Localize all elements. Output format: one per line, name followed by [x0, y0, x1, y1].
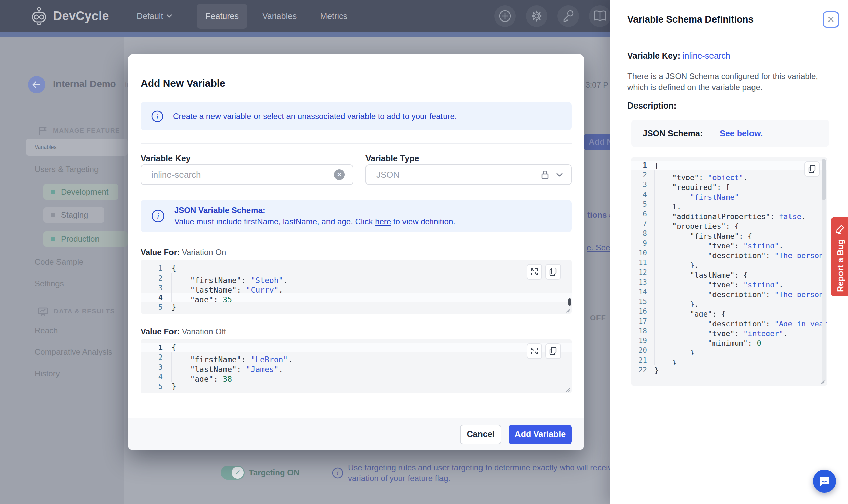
svg-text:i: i: [336, 470, 338, 477]
sidebar-env-production[interactable]: Production: [44, 231, 128, 247]
scrollbar-thumb[interactable]: [822, 159, 826, 200]
resize-grip[interactable]: [820, 379, 825, 384]
variable-schema-panel: Variable Schema Definitions ✕ Variable K…: [610, 0, 848, 504]
panel-title: Variable Schema Definitions: [627, 14, 754, 25]
description-label: Description:: [627, 101, 676, 110]
see-below-link[interactable]: See below.: [720, 129, 763, 139]
divider: [141, 143, 572, 144]
copy-code-button[interactable]: [804, 161, 820, 177]
key-icon: [561, 9, 575, 23]
targeting-info-line1: Use targeting rules and user targeting t…: [348, 463, 610, 472]
chevron-down-icon: [556, 173, 563, 177]
sidebar-item-code-sample[interactable]: Code Sample: [35, 257, 83, 267]
svg-text:i: i: [157, 212, 159, 221]
schema-alert-heading: JSON Variable Schema:: [174, 205, 455, 215]
arrow-left-icon: [32, 81, 41, 88]
sidebar-item-settings[interactable]: Settings: [35, 279, 64, 288]
schema-code-editor[interactable]: 1{2"type": "object",3"required": [4"firs…: [631, 157, 827, 386]
brand-name: DevCycle: [53, 9, 109, 23]
env-dot: [51, 213, 55, 217]
sidebar-item-users-targeting[interactable]: Users & Targeting: [35, 165, 99, 174]
copy-icon: [808, 165, 816, 173]
view-definition-link[interactable]: here: [375, 217, 391, 226]
plus-circle-icon: [498, 10, 512, 23]
info-icon: i: [331, 467, 344, 479]
sidebar-item-variables[interactable]: Variables: [26, 139, 128, 156]
variable-page-link[interactable]: variable page: [712, 83, 760, 92]
value-for-variation-on-label: Value For: Variation On: [141, 248, 226, 257]
variable-key-input[interactable]: inline-search ✕: [141, 164, 353, 185]
copy-code-button[interactable]: [546, 264, 561, 280]
schema-alert-body: Value must include firstName, lastName, …: [174, 217, 455, 227]
clear-input-icon[interactable]: ✕: [334, 169, 345, 180]
create-variable-alert: i Create a new variable or select an una…: [141, 102, 572, 130]
targeting-info-line2: variation of your feature flag.: [348, 474, 450, 483]
variable-type-select[interactable]: JSON: [365, 164, 572, 185]
panel-variable-key: Variable Key: inline-search: [627, 51, 730, 61]
code-lines: 1{2"firstName": "LeBron",3"lastName": "J…: [141, 343, 572, 392]
tab-variables[interactable]: Variables: [254, 4, 305, 29]
variable-key-value: inline-search: [151, 170, 334, 180]
json-schema-card: JSON Schema: See below.: [631, 120, 829, 147]
scrollbar-thumb[interactable]: [568, 299, 571, 306]
modal-footer: Cancel Add Variable: [128, 418, 584, 450]
copy-code-button[interactable]: [546, 343, 561, 359]
add-new-button-fragment[interactable]: Add Ne: [584, 134, 610, 150]
resize-grip[interactable]: [565, 387, 570, 393]
env-dot: [51, 236, 55, 241]
close-panel-button[interactable]: ✕: [823, 12, 839, 28]
add-variable-button[interactable]: Add Variable: [509, 425, 572, 444]
variation-on-editor[interactable]: 1{2"firstName": "Steph",3"lastName": "Cu…: [141, 260, 572, 314]
docs-button[interactable]: [589, 5, 611, 27]
gear-icon: [530, 10, 543, 23]
sidebar-divider: [20, 107, 123, 107]
settings-button[interactable]: [526, 5, 548, 27]
code-lines: 1{2"type": "object",3"required": [4"firs…: [631, 161, 827, 375]
variable-type-label: Variable Type: [365, 154, 419, 163]
project-dropdown[interactable]: Default: [128, 4, 181, 29]
svg-text:i: i: [156, 112, 158, 121]
sidebar-section-data-results: DATA & RESULTS: [38, 306, 115, 317]
info-icon: i: [151, 209, 166, 223]
value-for-variation-off-label: Value For: Variation Off: [141, 327, 226, 336]
sidebar-env-staging[interactable]: Staging: [44, 207, 104, 223]
info-icon: i: [151, 110, 164, 123]
resize-grip[interactable]: [565, 308, 570, 313]
feature-timestamp-fragment: 3:07 P: [586, 80, 608, 90]
chevron-down-icon: [167, 14, 173, 18]
report-a-bug-button[interactable]: Report a Bug: [831, 217, 848, 296]
devcycle-logo[interactable]: DevCycle: [30, 6, 109, 26]
sidebar-env-development[interactable]: Development: [44, 184, 118, 200]
panel-description-paragraph: There is a JSON Schema configured for th…: [627, 71, 829, 93]
sidebar-item-comparative-analysis[interactable]: Comparative Analysis: [35, 347, 112, 357]
create-button[interactable]: [494, 5, 516, 27]
code-lines: 1{2"firstName": "Steph",3"lastName": "Cu…: [141, 264, 572, 312]
chat-launcher-button[interactable]: [813, 470, 836, 492]
api-keys-button[interactable]: [557, 5, 579, 27]
add-variable-modal: Add New Variable i Create a new variable…: [128, 54, 584, 450]
copy-icon: [549, 268, 557, 276]
flag-icon: [38, 126, 48, 136]
expand-editor-button[interactable]: [526, 264, 542, 280]
variation-off-editor[interactable]: 1{2"firstName": "LeBron",3"lastName": "J…: [141, 339, 572, 393]
book-icon: [593, 10, 607, 22]
sidebar-item-history[interactable]: History: [35, 369, 60, 378]
json-schema-alert: i JSON Variable Schema: Value must inclu…: [141, 200, 572, 232]
expand-editor-button[interactable]: [526, 343, 542, 359]
modal-title: Add New Variable: [141, 78, 225, 89]
variable-key-link[interactable]: inline-search: [682, 51, 730, 60]
pencil-icon: [835, 224, 845, 234]
feature-title: Internal Demo: [53, 79, 116, 89]
toggle-knob: ✓: [232, 467, 244, 479]
expand-icon: [530, 268, 538, 276]
back-button[interactable]: [28, 76, 46, 93]
cancel-button[interactable]: Cancel: [460, 425, 501, 444]
tab-features[interactable]: Features: [197, 4, 247, 29]
variable-key-label: Variable Key: [141, 154, 191, 163]
tab-metrics[interactable]: Metrics: [311, 4, 356, 29]
devcycle-robot-icon: [30, 6, 48, 26]
bg-off-badge: OFF: [590, 313, 606, 322]
targeting-toggle[interactable]: ✓: [221, 466, 245, 480]
sidebar-item-reach[interactable]: Reach: [35, 326, 58, 335]
targeting-label: Targeting ON: [249, 468, 299, 478]
